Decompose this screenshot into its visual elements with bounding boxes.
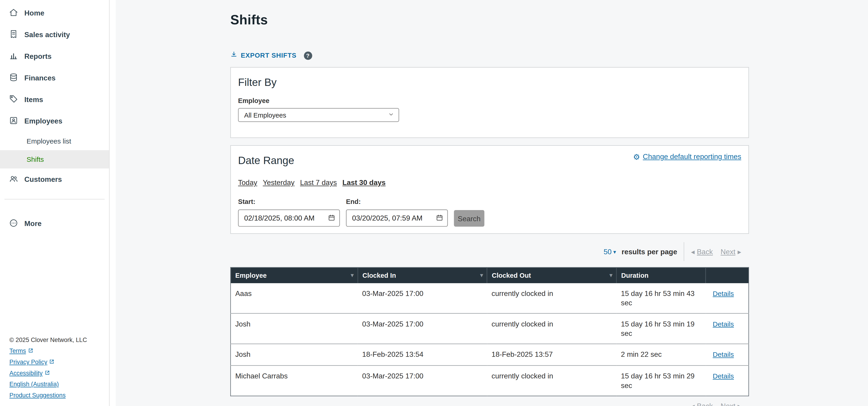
sidebar-item-sales-activity[interactable]: Sales activity bbox=[0, 24, 109, 46]
sidebar-item-label: Home bbox=[24, 9, 44, 17]
table-row: Michael Carrabs 03-Mar-2025 17:00 curren… bbox=[230, 365, 749, 396]
sidebar-item-reports[interactable]: Reports bbox=[0, 45, 109, 67]
cell-duration: 2 min 22 sec bbox=[617, 344, 706, 365]
gear-icon: ⚙ bbox=[633, 153, 640, 161]
sort-button-clocked-out[interactable]: ▾ bbox=[608, 272, 614, 279]
pagination-top: 50 ▾ results per page ◂ Back Next ▸ bbox=[230, 242, 749, 262]
sidebar-item-label: Finances bbox=[24, 74, 56, 82]
sidebar-item-employees[interactable]: Employees bbox=[0, 110, 109, 132]
details-link[interactable]: Details bbox=[713, 372, 734, 380]
back-button[interactable]: ◂ Back bbox=[691, 402, 713, 406]
back-arrow-icon: ◂ bbox=[691, 402, 694, 406]
table-row: Josh 18-Feb-2025 13:54 18-Feb-2025 13:57… bbox=[230, 344, 749, 365]
sidebar-item-label: Customers bbox=[24, 175, 62, 183]
range-last30-link[interactable]: Last 30 days bbox=[342, 178, 386, 186]
coin-stack-icon bbox=[9, 72, 18, 83]
caret-down-icon: ▾ bbox=[613, 249, 616, 255]
privacy-policy-link[interactable]: Privacy Policy bbox=[9, 356, 87, 368]
employee-filter-label: Employee bbox=[238, 97, 741, 105]
date-range-title: Date Range bbox=[238, 155, 294, 167]
help-icon[interactable]: ? bbox=[304, 51, 312, 59]
cell-clocked-in: 03-Mar-2025 17:00 bbox=[358, 365, 487, 396]
calendar-icon bbox=[436, 214, 443, 222]
product-suggestions-link[interactable]: Product Suggestions bbox=[9, 389, 87, 401]
cell-employee: Josh bbox=[230, 313, 358, 344]
cell-employee: Aaas bbox=[230, 283, 358, 313]
terms-link[interactable]: Terms bbox=[9, 345, 87, 356]
sidebar-footer: © 2025 Clover Network, LLC Terms Privacy… bbox=[9, 334, 87, 401]
employee-select-value: All Employees bbox=[244, 111, 286, 119]
sidebar: Home Sales activity Reports Finances Ite… bbox=[0, 0, 110, 406]
start-date-input[interactable] bbox=[238, 209, 340, 227]
results-per-page-label: results per page bbox=[622, 248, 677, 256]
details-link[interactable]: Details bbox=[713, 290, 734, 297]
sidebar-item-label: Sales activity bbox=[24, 31, 70, 39]
filter-title: Filter By bbox=[238, 77, 741, 89]
accessibility-link[interactable]: Accessibility bbox=[9, 368, 87, 379]
cell-clocked-in: 03-Mar-2025 17:00 bbox=[358, 283, 487, 313]
pager-divider bbox=[684, 242, 684, 261]
cell-clocked-out: currently clocked in bbox=[487, 283, 616, 313]
language-link[interactable]: English (Australia) bbox=[9, 378, 87, 389]
sort-button-clocked-in[interactable]: ▾ bbox=[478, 272, 485, 279]
range-today-link[interactable]: Today bbox=[238, 178, 257, 186]
page-size-dropdown[interactable]: 50 ▾ bbox=[603, 248, 616, 256]
sidebar-divider bbox=[4, 199, 104, 199]
sidebar-item-label: Employees bbox=[24, 117, 62, 125]
download-icon bbox=[230, 51, 238, 60]
search-button[interactable]: Search bbox=[454, 210, 485, 227]
details-link[interactable]: Details bbox=[713, 320, 734, 328]
employee-select[interactable]: All Employees bbox=[238, 108, 399, 122]
cell-clocked-out: currently clocked in bbox=[487, 313, 616, 344]
column-header-employee: Employee bbox=[235, 271, 267, 279]
cell-duration: 15 day 16 hr 53 min 29 sec bbox=[617, 365, 706, 396]
external-link-icon bbox=[45, 368, 50, 379]
cell-duration: 15 day 16 hr 53 min 43 sec bbox=[617, 283, 706, 313]
table-row: Josh 03-Mar-2025 17:00 currently clocked… bbox=[230, 313, 749, 344]
sidebar-item-home[interactable]: Home bbox=[0, 2, 109, 24]
cell-clocked-out: 18-Feb-2025 13:57 bbox=[487, 344, 616, 365]
column-header-clocked-in: Clocked In bbox=[363, 271, 396, 279]
calendar-icon bbox=[328, 214, 336, 222]
cell-duration: 15 day 16 hr 53 min 19 sec bbox=[617, 313, 706, 344]
sidebar-nav: Home Sales activity Reports Finances Ite… bbox=[0, 0, 109, 234]
back-arrow-icon: ◂ bbox=[691, 248, 694, 256]
sidebar-item-finances[interactable]: Finances bbox=[0, 67, 109, 89]
sort-button-employee[interactable]: ▾ bbox=[349, 272, 355, 279]
sidebar-item-customers[interactable]: Customers bbox=[0, 168, 109, 190]
page-title: Shifts bbox=[230, 13, 749, 27]
end-date-input[interactable] bbox=[346, 209, 448, 227]
sidebar-item-items[interactable]: Items bbox=[0, 89, 109, 110]
export-shifts-button[interactable]: EXPORT SHIFTS bbox=[230, 51, 297, 60]
customers-icon bbox=[9, 174, 18, 185]
quick-range-links: Today Yesterday Last 7 days Last 30 days bbox=[238, 178, 741, 186]
table-header-row: Employee▾ Clocked In▾ Clocked Out▾ Durat… bbox=[230, 267, 749, 283]
cell-employee: Michael Carrabs bbox=[230, 365, 358, 396]
back-button[interactable]: ◂ Back bbox=[691, 248, 713, 256]
sidebar-item-shifts[interactable]: Shifts bbox=[0, 150, 109, 168]
cell-employee: Josh bbox=[230, 344, 358, 365]
cell-clocked-in: 03-Mar-2025 17:00 bbox=[358, 313, 487, 344]
chevron-down-icon bbox=[388, 111, 394, 119]
next-button[interactable]: Next ▸ bbox=[720, 248, 741, 256]
details-link[interactable]: Details bbox=[713, 350, 734, 358]
sidebar-item-label: More bbox=[24, 220, 42, 228]
start-label: Start: bbox=[238, 198, 340, 205]
sidebar-item-employees-list[interactable]: Employees list bbox=[0, 132, 109, 150]
sidebar-item-more[interactable]: More bbox=[0, 213, 109, 234]
next-button[interactable]: Next ▸ bbox=[720, 402, 741, 406]
date-range-panel: Date Range ⚙ Change default reporting ti… bbox=[230, 145, 749, 234]
column-header-clocked-out: Clocked Out bbox=[492, 271, 531, 279]
range-last7-link[interactable]: Last 7 days bbox=[300, 178, 337, 186]
sidebar-subitem-label: Employees list bbox=[27, 137, 71, 145]
main-content: Shifts EXPORT SHIFTS ? Filter By Employe… bbox=[116, 0, 868, 406]
bar-chart-icon bbox=[9, 51, 18, 62]
cell-clocked-out: currently clocked in bbox=[487, 365, 616, 396]
employee-badge-icon bbox=[9, 116, 18, 127]
range-yesterday-link[interactable]: Yesterday bbox=[263, 178, 294, 186]
sidebar-subitem-label: Shifts bbox=[27, 155, 44, 163]
change-reporting-times-link[interactable]: ⚙ Change default reporting times bbox=[633, 152, 741, 161]
end-label: End: bbox=[346, 198, 448, 205]
external-link-icon bbox=[28, 345, 33, 356]
sidebar-item-label: Reports bbox=[24, 52, 52, 60]
